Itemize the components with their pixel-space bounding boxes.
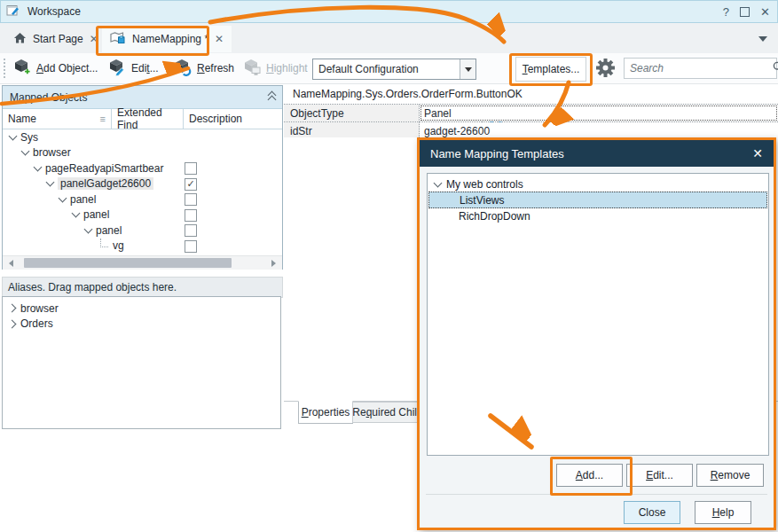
tree-leaf-connector [100, 239, 108, 247]
close-button[interactable]: ✕ [760, 5, 770, 19]
application-window: Workspace ? ✕ Start Page ✕ NameMapping *… [0, 0, 778, 532]
extended-find-checkbox[interactable] [185, 193, 197, 206]
chevron-down-icon[interactable] [21, 147, 30, 156]
extended-find-checkbox[interactable] [185, 240, 197, 253]
chevron-down-icon[interactable] [34, 162, 43, 171]
tree-row-panel-3[interactable]: panel [3, 223, 282, 239]
extended-find-checkbox[interactable] [185, 162, 197, 175]
add-object-label: Add Object... [36, 62, 98, 74]
toolbar-grip-handle[interactable] [4, 59, 5, 78]
extended-find-checkbox[interactable] [185, 224, 197, 237]
mapped-objects-panel: Mapped Objects Name ≡ Extended Find Desc… [2, 85, 283, 270]
name-mapping-templates-dialog: Name Mapping Templates ✕ My web controls… [417, 137, 776, 530]
templates-button[interactable]: Templates... [515, 57, 586, 82]
tab-list-dropdown-icon[interactable] [758, 36, 767, 46]
edit-label: Edit... [131, 62, 159, 74]
collapse-panel-icon[interactable] [269, 92, 275, 103]
tree-row-sys[interactable]: Sys [3, 129, 282, 145]
tree-row-page[interactable]: pageReadyapiSmartbear [3, 160, 282, 176]
maximize-button[interactable] [740, 7, 750, 17]
alias-row-browser[interactable]: browser [3, 301, 280, 317]
scroll-left-icon[interactable] [5, 260, 13, 267]
refresh-button[interactable]: Refresh [174, 58, 234, 79]
tree-row-vg[interactable]: vg [3, 239, 282, 254]
refresh-cube-icon [174, 59, 192, 79]
extended-find-checkbox[interactable] [185, 209, 197, 222]
tree-row-panel-2[interactable]: panel [3, 207, 282, 223]
properties-grid: ObjectType Panel idStr gadget-26600 [284, 104, 778, 140]
refresh-label: Refresh [197, 62, 234, 74]
close-dialog-button[interactable]: Close [624, 501, 680, 524]
window-title: Workspace [28, 5, 81, 18]
tree-row-panel-1[interactable]: panel [3, 192, 282, 207]
chevron-down-icon [465, 67, 472, 75]
add-template-button[interactable]: Add... [556, 464, 623, 487]
column-header-description[interactable]: Description [184, 109, 282, 129]
column-header-name[interactable]: Name ≡ [3, 109, 112, 129]
aliases-header: Aliases. Drag mapped objects here. [2, 277, 283, 298]
title-bar: Workspace ? ✕ [0, 0, 778, 23]
chevron-right-icon[interactable] [8, 319, 17, 328]
search-box[interactable] [624, 58, 777, 79]
search-icon [773, 61, 778, 75]
tab-properties[interactable]: Properties [298, 401, 353, 424]
tab-label: Start Page [33, 33, 83, 45]
aliases-title: Aliases. Drag mapped objects here. [8, 281, 177, 293]
tab-required-children[interactable]: Required Child [352, 402, 423, 423]
check-icon: ✓ [186, 179, 194, 189]
chevron-down-icon[interactable] [434, 178, 443, 187]
scrollbar-thumb[interactable] [24, 258, 232, 268]
tab-start-page[interactable]: Start Page ✕ [5, 26, 106, 52]
templates-list: My web controls ListViews RichDropDown [427, 173, 769, 456]
property-value[interactable]: Panel [420, 105, 778, 121]
chevron-down-icon[interactable] [59, 193, 67, 202]
mapped-object-path: NameMapping.Sys.Orders.OrderForm.ButtonO… [293, 88, 523, 100]
chevron-right-icon[interactable] [8, 304, 17, 313]
tree-column-headers: Name ≡ Extended Find Description [3, 109, 282, 129]
chevron-down-icon[interactable] [9, 131, 18, 140]
edit-cube-icon [108, 59, 126, 79]
column-header-extended-find[interactable]: Extended Find [112, 109, 184, 129]
property-row[interactable]: ObjectType Panel [284, 105, 778, 122]
chevron-down-icon[interactable] [46, 178, 55, 187]
property-name: ObjectType [284, 105, 420, 121]
highlight-label: Highlight [266, 62, 308, 74]
tab-close-icon[interactable]: ✕ [215, 33, 224, 45]
document-tab-bar: Start Page ✕ NameMapping * ✕ [0, 23, 778, 54]
template-item-richdropdown[interactable]: RichDropDown [428, 208, 768, 223]
edit-button[interactable]: Edit... [108, 58, 159, 79]
configuration-combobox[interactable]: Default Configuration [312, 59, 476, 80]
help-button[interactable]: Help [695, 501, 751, 524]
search-input[interactable] [625, 62, 773, 74]
tab-namemapping[interactable]: NameMapping * ✕ [102, 26, 232, 52]
edit-template-button[interactable]: Edit... [626, 464, 693, 487]
tree-row-browser[interactable]: browser [3, 145, 282, 161]
mapped-objects-title: Mapped Objects [10, 91, 87, 104]
templates-group-my-web-controls[interactable]: My web controls [428, 176, 768, 192]
gear-icon[interactable] [594, 57, 617, 82]
combobox-dropdown-button[interactable] [460, 59, 475, 79]
add-object-cube-icon [13, 59, 31, 79]
template-item-listviews[interactable]: ListViews [428, 192, 767, 208]
alias-row-orders[interactable]: Orders [3, 317, 280, 332]
highlight-cube-icon [243, 59, 261, 79]
dialog-title-bar[interactable]: Name Mapping Templates ✕ [420, 140, 774, 167]
extended-find-checkbox-checked[interactable]: ✓ [185, 178, 197, 191]
mapped-objects-tree: Sys browser pageReadyapiSmartbear panelG… [3, 129, 282, 255]
tree-row-panelgadget[interactable]: panelGadget26600 ✓ [3, 176, 282, 192]
configuration-value: Default Configuration [313, 63, 460, 75]
remove-template-button[interactable]: Remove [696, 464, 764, 487]
dialog-close-icon[interactable]: ✕ [752, 146, 763, 160]
namemapping-icon [110, 31, 126, 47]
home-icon [13, 32, 27, 47]
tab-label: NameMapping * [132, 33, 208, 45]
add-object-button[interactable]: Add Object... [13, 58, 98, 79]
horizontal-scrollbar[interactable] [3, 255, 282, 270]
scroll-right-icon[interactable] [271, 260, 279, 267]
workspace-icon [6, 4, 20, 20]
tab-close-icon[interactable]: ✕ [90, 33, 98, 45]
chevron-down-icon[interactable] [72, 209, 81, 218]
aliases-tree: browser Orders [2, 296, 281, 429]
help-button[interactable]: ? [723, 5, 729, 19]
chevron-down-icon[interactable] [84, 224, 93, 233]
